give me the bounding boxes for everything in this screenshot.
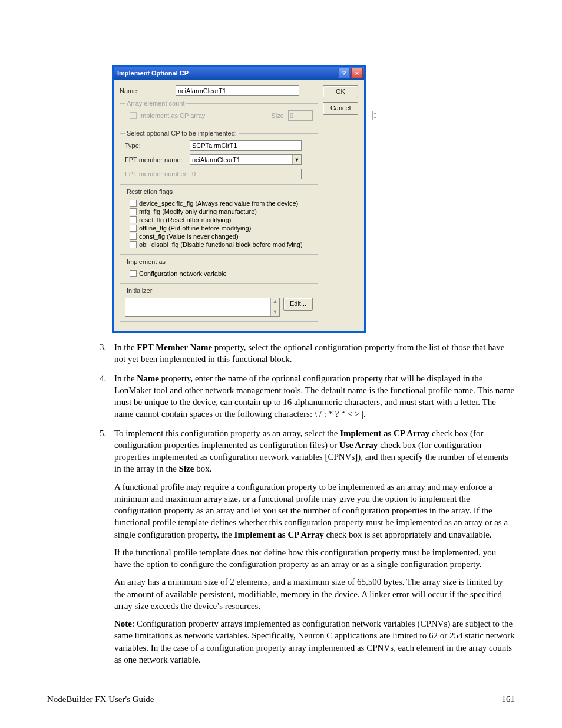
edit-button[interactable]: Edit... <box>283 298 313 311</box>
step-5-p5: Note: Configuration property arrays impl… <box>114 618 515 666</box>
flag-label: device_specific_flg (Always read value f… <box>139 200 298 207</box>
step-5-p3: If the functional profile template does … <box>114 546 515 571</box>
step-5: To implement this configuration property… <box>108 427 515 666</box>
cancel-button[interactable]: Cancel <box>323 102 358 115</box>
const-flg-checkbox[interactable] <box>130 233 137 240</box>
flag-label: mfg_flg (Modify only during manufacture) <box>139 208 257 215</box>
mfg-flg-checkbox[interactable] <box>130 208 137 215</box>
reset-flg-checkbox[interactable] <box>130 216 137 223</box>
size-spinner: ▲▼ <box>288 110 313 121</box>
scroll-down-icon[interactable]: ▼ <box>271 309 279 316</box>
step-3: In the FPT Member Name property, select … <box>108 341 515 365</box>
fpt-member-number-label: FPT member number: <box>125 170 190 177</box>
initializer-group: Initializer ▲▼ Edit... <box>120 287 318 322</box>
implement-as-group: Implement as Configuration network varia… <box>120 258 318 284</box>
obj-disabl-flg-checkbox[interactable] <box>130 241 137 248</box>
type-label: Type: <box>125 142 190 149</box>
ok-button[interactable]: OK <box>323 85 358 98</box>
flag-label: obj_disabl_flg (Disable functional block… <box>139 241 303 248</box>
fpt-member-number-input <box>190 169 302 179</box>
fpt-member-name-combo[interactable]: ▼ <box>190 154 302 165</box>
flag-label: const_flg (Value is never changed) <box>139 233 239 240</box>
step-5-p2: A functional profile may require a confi… <box>114 481 515 541</box>
implement-optional-cp-dialog: Implement Optional CP ? × Name: Array el… <box>112 65 366 333</box>
spinner-down-icon: ▼ <box>372 116 377 120</box>
implement-as-cp-array-label: Implement as CP array <box>139 112 205 119</box>
dialog-titlebar: Implement Optional CP ? × <box>114 67 364 80</box>
select-cp-legend: Select optional CP to be implemented: <box>125 130 239 137</box>
cpnv-label: Configuration network variable <box>139 270 227 277</box>
offline-flg-checkbox[interactable] <box>130 225 137 232</box>
fpt-member-name-label: FPT member name: <box>125 156 190 163</box>
initializer-text: ▲▼ <box>125 298 280 317</box>
help-icon[interactable]: ? <box>338 68 350 78</box>
chevron-down-icon[interactable]: ▼ <box>292 155 301 164</box>
restriction-flags-group: Restriction flags device_specific_flg (A… <box>120 188 318 255</box>
close-icon[interactable]: × <box>351 68 363 78</box>
flag-label: offline_flg (Put offline before modifyin… <box>139 225 251 232</box>
fpt-member-name-input[interactable] <box>190 155 292 164</box>
dialog-title: Implement Optional CP <box>117 70 189 77</box>
initializer-legend: Initializer <box>125 287 154 294</box>
instruction-list: In the FPT Member Name property, select … <box>94 341 515 666</box>
type-input[interactable] <box>190 140 302 151</box>
select-cp-group: Select optional CP to be implemented: Ty… <box>120 130 318 185</box>
scroll-up-icon[interactable]: ▲ <box>271 298 279 305</box>
implement-as-cp-array-checkbox <box>130 112 137 119</box>
step-5-p4: An array has a minimum size of 2 element… <box>114 576 515 612</box>
cpnv-checkbox[interactable] <box>130 270 137 277</box>
footer-right: 161 <box>502 694 515 704</box>
spinner-up-icon: ▲ <box>372 111 377 116</box>
name-input[interactable] <box>176 85 299 96</box>
step-4: In the Name property, enter the name of … <box>108 373 515 420</box>
footer-left: NodeBuilder FX User's Guide <box>47 694 154 704</box>
size-label: Size: <box>272 112 286 119</box>
array-group-legend: Array element count <box>125 100 186 107</box>
restriction-flags-legend: Restriction flags <box>125 188 174 195</box>
array-element-count-group: Array element count Implement as CP arra… <box>120 100 318 126</box>
name-label: Name: <box>120 87 176 94</box>
flag-label: reset_flg (Reset after modifying) <box>139 216 232 223</box>
device-specific-flg-checkbox[interactable] <box>130 200 137 207</box>
implement-as-legend: Implement as <box>125 258 167 265</box>
page-footer: NodeBuilder FX User's Guide 161 <box>47 694 515 704</box>
